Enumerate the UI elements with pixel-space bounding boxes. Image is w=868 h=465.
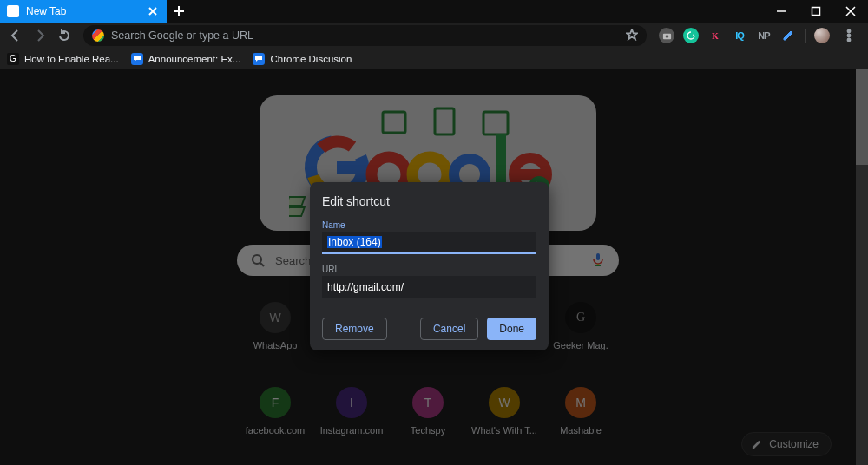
omnibox-placeholder: Search Google or type a URL [111,29,626,42]
extension-iq-icon[interactable]: IQ [732,28,747,43]
svg-rect-0 [812,8,820,16]
close-tab-button[interactable] [146,4,160,18]
new-tab-button[interactable] [167,0,191,23]
svg-point-3 [848,30,851,33]
cancel-button[interactable]: Cancel [420,318,478,340]
bookmarks-bar: G How to Enable Rea... Announcement: Ex.… [0,49,868,69]
window-titlebar: New Tab [0,0,868,23]
bookmark-label: How to Enable Rea... [24,54,119,64]
name-input[interactable]: Inbox (164) [322,232,536,254]
extension-grammarly-icon[interactable] [683,28,699,43]
bookmark-item[interactable]: Chrome Discusion [253,53,352,65]
dialog-title: Edit shortcut [322,194,536,208]
content-area: Search WWhatsApp Analytics Pertaining Wo… [0,69,868,465]
svg-point-5 [848,39,851,42]
url-input[interactable] [322,276,536,298]
bookmark-item[interactable]: Announcement: Ex... [131,53,241,65]
toolbar-separator [805,29,806,43]
extension-icons: K IQ NP [655,25,863,46]
browser-toolbar: Search Google or type a URL K IQ NP [0,23,868,49]
dialog-button-row: Remove Cancel Done [322,318,536,340]
browser-tab[interactable]: New Tab [0,0,167,23]
speech-bubble-icon [131,53,143,65]
done-button[interactable]: Done [487,318,536,340]
google-site-icon [92,29,104,42]
svg-point-4 [848,35,851,37]
window-close-button[interactable] [833,0,868,23]
window-controls [764,0,868,23]
bookmark-star-button[interactable] [626,29,638,43]
bookmark-label: Chrome Discusion [270,54,352,64]
tab-title: New Tab [26,5,66,17]
bookmark-item[interactable]: G How to Enable Rea... [7,53,119,65]
bookmark-label: Announcement: Ex... [148,54,241,64]
reload-icon [57,29,71,43]
check-arrow-icon [687,31,695,40]
bookmark-favicon: G [7,53,19,65]
chrome-menu-button[interactable] [838,25,859,46]
minimize-button[interactable] [764,0,799,23]
speech-bubble-icon [253,53,265,65]
tab-favicon [7,5,19,17]
extension-k-icon[interactable]: K [707,28,723,43]
scrollbar-thumb[interactable] [856,69,868,165]
maximize-icon [811,6,821,16]
reload-button[interactable] [54,25,75,46]
forward-button[interactable] [30,25,50,46]
back-button[interactable] [5,25,26,46]
extension-screenshot-icon[interactable] [659,28,674,43]
arrow-right-icon [33,29,47,43]
svg-point-2 [665,35,668,38]
edit-shortcut-dialog: Edit shortcut Name Inbox (164) URL Remov… [310,182,549,350]
extension-edit-icon[interactable] [780,28,796,43]
arrow-left-icon [9,29,23,43]
extension-np-icon[interactable]: NP [756,28,772,43]
camera-icon [662,31,672,41]
maximize-button[interactable] [799,0,833,23]
minimize-icon [776,6,786,16]
profile-avatar[interactable] [814,28,830,43]
name-field-label: Name [322,220,536,230]
url-field-label: URL [322,265,536,274]
omnibox[interactable]: Search Google or type a URL [83,25,647,46]
vertical-scrollbar[interactable] [856,69,868,465]
name-input-value: Inbox (164) [327,236,382,248]
close-icon [148,7,157,16]
kebab-icon [843,29,855,42]
pen-icon [782,29,794,42]
plus-icon [173,5,185,17]
remove-button[interactable]: Remove [322,318,387,340]
close-icon [845,6,856,16]
star-icon [626,29,638,41]
